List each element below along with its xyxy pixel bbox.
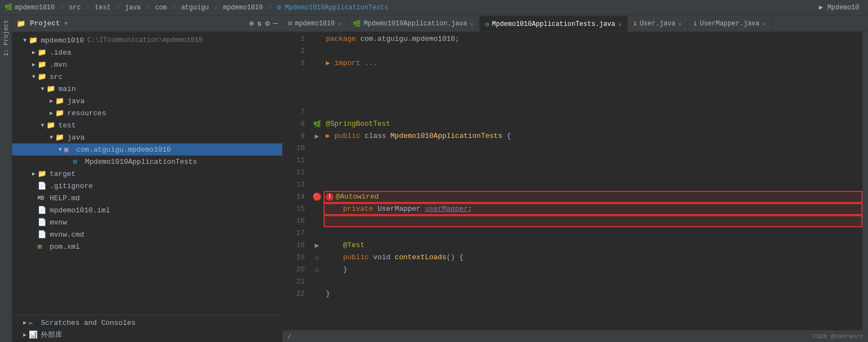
gutter-18[interactable]: ▶ [310, 239, 324, 252]
settings-icon[interactable]: ⚙ [265, 19, 269, 28]
tree-label-scratches: Scratches and Consoles [41, 319, 136, 327]
tree-item-gitignore[interactable]: 📄 .gitignore [12, 180, 282, 192]
left-panel-tab[interactable]: 1: Project [0, 15, 12, 342]
code-line-17 [324, 227, 862, 239]
tab-user-java[interactable]: i User.java ✕ [628, 16, 688, 31]
gutter-9[interactable]: ▶ [310, 130, 324, 142]
line-numbers: 1 2 3 7 8 9 10 11 12 13 14 15 16 17 18 1… [283, 32, 310, 330]
run-gutter-icon[interactable]: ▶ [315, 132, 319, 141]
tree-item-test[interactable]: ▼ 📁 test [12, 119, 282, 131]
gutter-22 [310, 288, 324, 300]
sidebar: 📁 Project ▼ ⊕ ⇅ ⚙ — ▼ 📁 mpdemo1010 C:\IT… [12, 15, 283, 342]
tab-mpdemo-app[interactable]: 🌿 Mpdemo1010Application.java ✕ [347, 16, 480, 31]
code-line-22: } [324, 288, 862, 300]
gutter-2 [310, 45, 324, 57]
tab-mpdemo-tests[interactable]: ⚙ Mpdemo1010ApplicationTests.java ✕ [480, 16, 628, 31]
folder-icon-main: 📁 [46, 84, 56, 93]
tree-item-mvnw[interactable]: 📄 mvnw [12, 216, 282, 228]
sidebar-title: Project [30, 19, 60, 28]
expand-arrow-root: ▼ [21, 38, 29, 44]
tree-item-target[interactable]: ▶ 📁 target [12, 168, 282, 180]
tree-item-pomxml[interactable]: m pom.xml [12, 241, 282, 253]
expand-arrow-idea: ▶ [30, 49, 38, 56]
tab-label-mpdemo-app: Mpdemo1010Application.java [364, 20, 467, 28]
folder-icon-mvn: 📁 [38, 60, 47, 69]
tree-label-iml: mpdemo1010.iml [50, 206, 110, 215]
bookmark-gutter-19-icon: ◻ [315, 254, 319, 261]
tab-close-user-java[interactable]: ✕ [678, 20, 682, 28]
mvnw-icon: 📄 [38, 218, 47, 227]
tab-close-mpdemo-tests[interactable]: ✕ [618, 21, 622, 28]
sidebar-dropdown-icon[interactable]: ▼ [65, 20, 68, 27]
tree-item-java-test[interactable]: ▼ 📁 java [12, 131, 282, 143]
tab-close-mpdemo-spring[interactable]: ✕ [337, 20, 341, 28]
code-line-21 [324, 276, 862, 288]
gitignore-icon: 📄 [38, 181, 47, 190]
top-right-area: ▶ Mpdemo10 [819, 3, 864, 12]
tree-item-idea[interactable]: ▶ 📁 .idea [12, 46, 282, 58]
status-bar-right: CSDN @Vanranrr [813, 333, 864, 340]
run-gutter-18-icon[interactable]: ▶ [315, 241, 319, 250]
java-test-icon: ⚙ [73, 157, 83, 166]
tab-close-usermapper-java[interactable]: ✕ [763, 20, 766, 28]
tree-label-main: main [59, 85, 76, 93]
tree-label-test: test [59, 121, 76, 130]
tree-item-waibuku[interactable]: ▶ 📊 外部库 [12, 329, 282, 341]
package-icon: ▣ [64, 145, 74, 154]
gutter-8: 🌿 [310, 118, 324, 130]
code-editor[interactable]: 1 2 3 7 8 9 10 11 12 13 14 15 16 17 18 1… [283, 32, 868, 330]
editor-area: m mpdemo1010 ✕ 🌿 Mpdemo1010Application.j… [283, 15, 868, 342]
code-content[interactable]: package com.atguigu.mpdemo1010; ▶ import… [324, 32, 862, 330]
tab-close-mpdemo-app[interactable]: ✕ [470, 20, 474, 28]
bookmark-gutter-20-icon: ◻ [315, 266, 319, 274]
waibuku-icon: 📊 [29, 330, 39, 339]
code-line-4 [324, 70, 862, 106]
tab-icon-tests: ⚙ [485, 20, 489, 29]
scroll-indicator[interactable] [862, 32, 868, 330]
tree-label-src: src [50, 73, 62, 81]
expand-arrow-waibuku: ▶ [21, 332, 29, 338]
tree-item-com-pkg[interactable]: ▼ ▣ com.atguigu.mpdemo1010 [12, 143, 282, 156]
tree-item-main[interactable]: ▼ 📁 main [12, 83, 282, 95]
tree-item-iml[interactable]: 📄 mpdemo1010.iml [12, 204, 282, 216]
gutter-14: 🔴 [310, 191, 324, 203]
folder-icon-idea: 📁 [38, 48, 47, 57]
gutter-4 [310, 70, 324, 106]
code-line-14: ! @Autowired [324, 191, 862, 203]
folder-icon-src: 📁 [38, 72, 47, 81]
folder-icon-test: 📁 [46, 121, 56, 130]
expand-arrow-target: ▶ [30, 170, 38, 177]
collapse-icon[interactable]: ⇅ [257, 19, 262, 28]
tab-label-mpdemo-spring: mpdemo1010 [295, 20, 335, 28]
tree-label-com-pkg: com.atguigu.mpdemo1010 [76, 146, 171, 154]
folder-icon: 📁 [17, 19, 25, 28]
tree-label-java-test: java [67, 133, 84, 142]
minimize-icon[interactable]: — [273, 19, 278, 28]
xml-icon: m [38, 243, 47, 251]
tree-item-mvnwcmd[interactable]: 📄 mvnw.cmd [12, 228, 282, 241]
mvnwcmd-icon: 📄 [38, 230, 47, 239]
gutter-21 [310, 276, 324, 288]
code-line-13 [324, 179, 862, 191]
expand-arrow-resources: ▶ [47, 110, 55, 116]
tree-item-root[interactable]: ▼ 📁 mpdemo1010 C:\ITcommunication\mpdemo… [12, 34, 282, 46]
tree-item-helpmd[interactable]: MD HELP.md [12, 192, 282, 204]
gutter-17 [310, 227, 324, 239]
project-tab-label[interactable]: 1: Project [3, 20, 9, 56]
tree-item-apptests[interactable]: ⚙ Mpdemo1010ApplicationTests [12, 156, 282, 168]
tree-item-mvn[interactable]: ▶ 📁 .mvn [12, 58, 282, 71]
run-arrow-icon[interactable]: ▶ [819, 3, 823, 12]
tab-usermapper-java[interactable]: i UserMapper.java ✕ [688, 16, 772, 31]
tree-item-java-main[interactable]: ▶ 📁 java [12, 95, 282, 107]
tree-label-mvn: .mvn [50, 61, 67, 69]
tree-item-resources[interactable]: ▶ 📁 resources [12, 107, 282, 119]
gutter-12 [310, 167, 324, 179]
tree-label-waibuku: 外部库 [41, 330, 62, 340]
tree-item-src[interactable]: ▼ 📁 src [12, 71, 282, 83]
expand-arrow-java-main: ▶ [47, 98, 55, 104]
tab-mpdemo-spring[interactable]: m mpdemo1010 ✕ [283, 16, 347, 31]
tab-icon-m: m [288, 20, 292, 28]
tree-item-scratches[interactable]: ▶ ✏️ Scratches and Consoles [12, 317, 282, 329]
tab-icon-usermapper: i [694, 20, 697, 27]
locate-icon[interactable]: ⊕ [249, 19, 253, 28]
